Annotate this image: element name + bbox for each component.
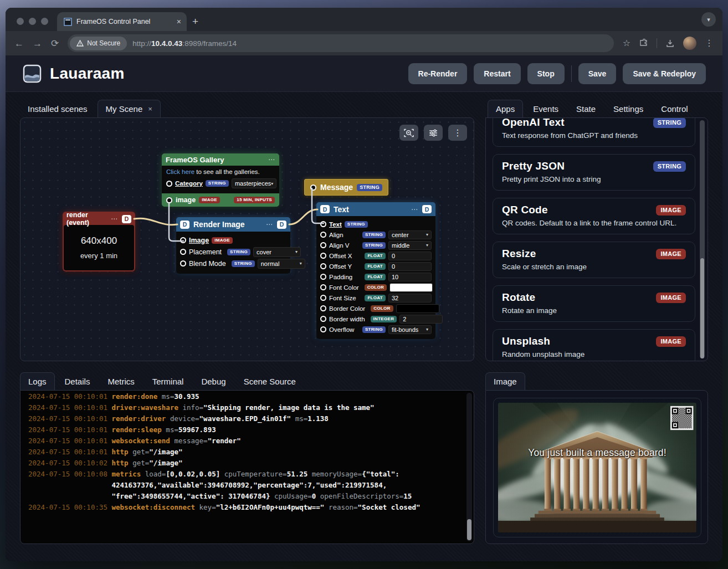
input-port[interactable]	[180, 249, 186, 255]
tab-metrics[interactable]: Metrics	[100, 373, 142, 390]
input-port[interactable]	[166, 181, 172, 187]
tab-debug[interactable]: Debug	[193, 373, 233, 390]
stop-button[interactable]: Stop	[527, 63, 565, 84]
input-port[interactable]	[320, 221, 326, 227]
browser-tab[interactable]: FrameOS Control Panel ×	[57, 12, 187, 31]
param-dropdown[interactable]: fit-bounds▾	[388, 325, 432, 334]
browser-menu-icon[interactable]: ⋮	[705, 39, 714, 48]
tab-my-scene[interactable]: My Scene ×	[98, 100, 161, 117]
restart-button[interactable]: Restart	[474, 63, 520, 84]
close-scene-icon[interactable]: ×	[148, 105, 152, 113]
input-port[interactable]	[180, 237, 186, 243]
tab-control[interactable]: Control	[653, 100, 695, 117]
app-card[interactable]: Pretty JSONSTRINGPretty print JSON into …	[493, 154, 695, 191]
node-render-event[interactable]: render (event) ⋯ D 640x400 every 1 min	[63, 212, 135, 271]
log-scrollbar-thumb[interactable]	[467, 519, 471, 540]
event-output-connector[interactable]: D	[122, 215, 131, 223]
back-icon[interactable]: ←	[14, 39, 24, 48]
bookmark-star-icon[interactable]: ☆	[623, 39, 630, 48]
re-render-button[interactable]: Re-Render	[408, 63, 468, 84]
forward-icon[interactable]: →	[33, 39, 42, 48]
tab-details[interactable]: Details	[57, 373, 98, 390]
node-menu-icon[interactable]: ⋯	[111, 215, 118, 223]
param-input[interactable]: 10	[388, 273, 432, 281]
filter-settings-button[interactable]	[424, 125, 443, 141]
event-output-connector[interactable]: D	[422, 205, 432, 213]
node-menu-icon[interactable]: ⋯	[266, 221, 273, 228]
node-menu-icon[interactable]: ⋯	[268, 156, 275, 163]
event-input-connector[interactable]: D	[320, 205, 330, 213]
event-input-connector[interactable]: D	[180, 221, 189, 229]
input-port[interactable]	[180, 260, 186, 266]
input-port[interactable]	[320, 295, 326, 301]
apps-panel[interactable]: OpenAI TextSTRINGText response from Chat…	[485, 117, 708, 361]
app-card[interactable]: UnsplashIMAGERandom unsplash image	[493, 329, 695, 361]
gallery-link[interactable]: Click here	[166, 168, 194, 175]
extensions-icon[interactable]	[639, 39, 648, 48]
apps-scrollbar-thumb[interactable]	[700, 258, 704, 358]
input-port[interactable]	[320, 316, 326, 322]
tab-image[interactable]: Image	[485, 372, 525, 390]
address-bar[interactable]: Not Secure http://10.4.0.43:8989/frames/…	[68, 34, 613, 52]
canvas-menu-button[interactable]: ⋮	[448, 125, 467, 141]
save-button[interactable]: Save	[578, 63, 617, 84]
input-port[interactable]	[320, 274, 326, 280]
input-port[interactable]	[320, 284, 326, 290]
output-port[interactable]	[166, 197, 172, 203]
param-dropdown[interactable]: cover▾	[253, 247, 301, 257]
input-port[interactable]	[320, 305, 326, 311]
log-scrollbar[interactable]	[466, 393, 472, 541]
app-description: Text response from ChatGPT and friends	[502, 131, 686, 140]
zoom-to-fit-button[interactable]	[399, 125, 418, 141]
event-output-connector[interactable]: D	[277, 221, 286, 229]
tab-settings[interactable]: Settings	[606, 100, 651, 117]
window-zoom-button[interactable]	[41, 18, 48, 25]
window-close-button[interactable]	[17, 18, 24, 25]
input-port[interactable]	[320, 326, 326, 332]
input-port[interactable]	[320, 242, 326, 248]
tab-apps[interactable]: Apps	[488, 100, 523, 117]
profile-avatar[interactable]	[683, 37, 696, 50]
log-panel[interactable]: 2024-07-15 00:10:01 render:done ms=30.93…	[20, 390, 474, 544]
node-text[interactable]: D Text ⋯ D TextSTRINGAlignSTRINGcenter▾A…	[316, 202, 435, 339]
input-port[interactable]	[320, 253, 326, 259]
category-dropdown[interactable]: masterpieces▾	[232, 178, 276, 188]
input-port[interactable]	[320, 232, 326, 238]
apps-scrollbar[interactable]	[700, 120, 705, 358]
tab-close-icon[interactable]: ×	[177, 17, 181, 26]
param-input[interactable]: 32	[388, 294, 432, 303]
node-render-image[interactable]: D Render Image ⋯ D ImageIMAGEPlacementST…	[176, 217, 290, 274]
tab-logs[interactable]: Logs	[20, 372, 55, 390]
param-dropdown[interactable]: center▾	[388, 230, 432, 239]
node-param-row: Blend ModeSTRINGnormal▾	[180, 258, 286, 269]
color-swatch[interactable]	[396, 304, 439, 313]
save-redeploy-button[interactable]: Save & Redeploy	[623, 63, 706, 84]
app-card[interactable]: OpenAI TextSTRINGText response from Chat…	[493, 117, 695, 147]
node-menu-icon[interactable]: ⋯	[411, 206, 418, 213]
download-icon[interactable]	[665, 39, 675, 48]
app-card[interactable]: ResizeIMAGEScale or stretch an image	[493, 242, 695, 278]
tab-state[interactable]: State	[568, 100, 603, 117]
output-port[interactable]	[310, 184, 316, 191]
app-card[interactable]: RotateIMAGERotate an image	[493, 285, 695, 322]
param-dropdown[interactable]: normal▾	[258, 259, 305, 269]
param-dropdown[interactable]: middle▾	[388, 241, 432, 250]
app-card[interactable]: QR CodeIMAGEQR codes. Default to a link …	[493, 198, 695, 234]
tab-installed-scenes[interactable]: Installed scenes	[20, 100, 95, 117]
reload-icon[interactable]: ⟳	[51, 39, 59, 48]
not-secure-chip[interactable]: Not Secure	[70, 37, 127, 50]
node-message-state[interactable]: Message STRING	[304, 179, 388, 196]
param-input[interactable]: 2	[399, 315, 443, 324]
tab-search-icon[interactable]: ▾	[701, 12, 716, 27]
node-editor-canvas[interactable]: ⋮ render (event) ⋯ D 640x400 every 1 min	[20, 117, 474, 361]
input-port[interactable]	[320, 263, 326, 269]
tab-events[interactable]: Events	[525, 100, 566, 117]
window-minimize-button[interactable]	[29, 18, 36, 25]
param-input[interactable]: 0	[388, 262, 432, 271]
param-input[interactable]: 0	[388, 252, 432, 260]
node-frameos-gallery[interactable]: FrameOS Gallery ⋯ Click here to see all …	[162, 153, 279, 207]
color-swatch[interactable]	[389, 283, 433, 292]
tab-scene-source[interactable]: Scene Source	[236, 373, 304, 390]
new-tab-button[interactable]: +	[187, 16, 206, 31]
tab-terminal[interactable]: Terminal	[145, 373, 192, 390]
